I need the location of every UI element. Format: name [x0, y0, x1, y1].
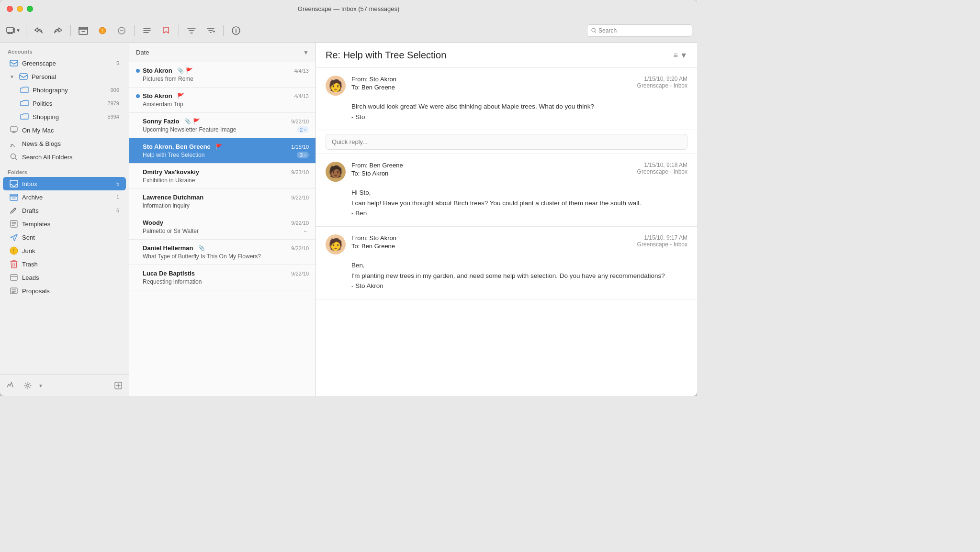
- photography-count: 906: [111, 87, 119, 93]
- leads-label: Leads: [22, 274, 119, 281]
- to-name: Sto Akron: [361, 170, 388, 177]
- activity-button[interactable]: [4, 379, 17, 392]
- email-subject: Upcoming Newsletter Feature Image: [143, 126, 236, 133]
- drafts-label: Drafts: [22, 207, 113, 214]
- sidebar-item-proposals[interactable]: Proposals: [3, 284, 126, 298]
- sidebar-item-sent[interactable]: Sent: [3, 231, 126, 244]
- folder-icon-photography: [20, 86, 29, 94]
- email-list-item[interactable]: Sto Akron 📎 🚩 4/4/13 Pictures from Rome: [129, 62, 315, 88]
- sidebar-item-trash[interactable]: Trash: [3, 257, 126, 271]
- more-actions-button[interactable]: ≡ ▼: [673, 51, 687, 60]
- from-label: From:: [351, 234, 368, 242]
- svg-point-11: [11, 146, 12, 147]
- search-bar[interactable]: [587, 24, 692, 37]
- sidebar-item-photography[interactable]: Photography 906: [3, 83, 126, 97]
- avatar: 🧑🏾: [326, 162, 346, 182]
- sidebar-bottom: ▼: [0, 375, 129, 396]
- sidebar-item-on-my-mac[interactable]: On My Mac: [3, 123, 126, 137]
- svg-rect-8: [10, 60, 18, 66]
- minimize-button[interactable]: [17, 6, 23, 12]
- search-all-icon: [10, 153, 18, 161]
- message-body: Hi Sto,I can help! Have you thought abou…: [351, 188, 687, 219]
- toolbar-sep-3: [134, 25, 135, 36]
- message-from: From: Sto Akron: [351, 76, 396, 83]
- email-message: 🧑 From: Sto Akron To: Ben Greene 1/15/10…: [316, 227, 697, 299]
- quick-reply-input[interactable]: [326, 134, 687, 150]
- email-date: 9/22/10: [291, 119, 309, 124]
- message-from-to: From: Sto Akron To: Ben Greene: [351, 234, 396, 250]
- maximize-button[interactable]: [27, 6, 33, 12]
- from-label: From:: [351, 76, 368, 83]
- email-sender-row: Sto Akron 📎 🚩: [136, 67, 193, 74]
- sidebar-item-leads[interactable]: Leads: [3, 271, 126, 284]
- message-from-to: From: Ben Greene To: Sto Akron: [351, 162, 403, 177]
- email-list-item[interactable]: Daniel Hellerman 📎 9/22/10 What Type of …: [129, 240, 315, 265]
- sidebar-item-archive[interactable]: Archive 1: [3, 190, 126, 204]
- sort-button[interactable]: [202, 23, 219, 38]
- filter-button[interactable]: [183, 23, 200, 38]
- email-subject: Exhibition in Ukraine: [143, 177, 195, 184]
- sidebar-item-junk[interactable]: ! Junk: [3, 244, 126, 257]
- email-icons: 🚩: [177, 93, 184, 99]
- sidebar-item-search-all[interactable]: Search All Folders: [3, 150, 126, 164]
- email-sender-row: Dmitry Vas'kovskiy: [136, 168, 204, 176]
- message-meta: 🧑 From: Sto Akron To: Ben Greene 1/15/10…: [326, 76, 687, 96]
- email-message: 🧑🏾 From: Ben Greene To: Sto Akron 1/15/1…: [316, 154, 697, 227]
- rss-icon: [10, 139, 18, 148]
- flag-button[interactable]: !: [94, 23, 111, 38]
- sort-label[interactable]: Date: [136, 49, 149, 56]
- email-sender-row: Luca De Baptistis: [136, 270, 200, 277]
- compose-button[interactable]: [112, 379, 125, 392]
- unread-dot: [136, 94, 140, 98]
- email-list-item[interactable]: Sto Akron, Ben Greene 🚩 1/15/10 Help wit…: [129, 138, 315, 164]
- email-date: 9/22/10: [291, 271, 309, 276]
- search-input[interactable]: [598, 27, 688, 34]
- email-list-item[interactable]: Sonny Fazio 📎 🚩 9/22/10 Upcoming Newslet…: [129, 113, 315, 138]
- email-detail-header: Re: Help with Tree Selection ≡ ▼: [316, 43, 697, 68]
- info-button[interactable]: [227, 23, 245, 38]
- sidebar-item-politics[interactable]: Politics 7979: [3, 97, 126, 110]
- email-list-panel: Date ▼ Sto Akron 📎 🚩 4/4/13 Pictures fro…: [129, 43, 316, 396]
- email-item-bottom: What Type of Butterfly Is This On My Flo…: [136, 253, 309, 260]
- sidebar-item-personal[interactable]: ▼ Personal: [3, 70, 126, 83]
- delete-button[interactable]: [113, 23, 130, 38]
- svg-rect-10: [11, 127, 17, 132]
- sidebar-item-templates[interactable]: Templates: [3, 217, 126, 231]
- email-list-body: Sto Akron 📎 🚩 4/4/13 Pictures from Rome …: [129, 62, 315, 396]
- sidebar-item-drafts[interactable]: Drafts 5: [3, 204, 126, 217]
- settings-arrow: ▼: [38, 383, 43, 388]
- email-list-item[interactable]: Luca De Baptistis 9/22/10 Requesting inf…: [129, 265, 315, 290]
- email-subject: Requesting information: [143, 278, 202, 285]
- trash-icon: [10, 260, 18, 268]
- email-list-item[interactable]: Dmitry Vas'kovskiy 9/23/10 Exhibition in…: [129, 164, 315, 189]
- email-sender: Woody: [143, 219, 163, 226]
- on-my-mac-label: On My Mac: [22, 127, 119, 134]
- app-window: Greenscape — Inbox (57 messages) ▼: [0, 0, 697, 396]
- settings-button[interactable]: [21, 379, 34, 392]
- sidebar-item-news-blogs[interactable]: News & Blogs: [3, 137, 126, 150]
- reply-all-button[interactable]: [30, 23, 47, 38]
- sort-arrow[interactable]: ▼: [303, 49, 309, 56]
- sidebar-item-inbox[interactable]: Inbox 5: [3, 177, 126, 190]
- templates-icon: [10, 220, 18, 228]
- email-detail-panel: Re: Help with Tree Selection ≡ ▼ 🧑 From:…: [316, 43, 697, 396]
- email-sender: Sto Akron: [143, 92, 172, 99]
- email-message: 🧑 From: Sto Akron To: Ben Greene 1/15/10…: [316, 68, 697, 130]
- email-subject: What Type of Butterfly Is This On My Flo…: [143, 253, 261, 260]
- sidebar-item-shopping[interactable]: Shopping 5994: [3, 110, 126, 123]
- email-item-bottom: Pictures from Rome: [136, 76, 309, 82]
- archive-button[interactable]: [75, 23, 92, 38]
- email-subject: Amsterdam Trip: [143, 101, 183, 108]
- list-button[interactable]: [138, 23, 156, 38]
- close-button[interactable]: [7, 6, 13, 12]
- proposals-icon: [10, 287, 18, 295]
- email-list-item[interactable]: Woody 9/22/10 Palmetto or Sir Walter ←: [129, 214, 315, 240]
- email-item-bottom: information inquiry: [136, 202, 309, 209]
- forward-button[interactable]: [49, 23, 67, 38]
- email-sender: Lawrence Dutchman: [143, 194, 203, 201]
- email-list-item[interactable]: Lawrence Dutchman 9/22/10 information in…: [129, 189, 315, 214]
- sidebar-item-greenscape[interactable]: Greenscape 5: [3, 56, 126, 70]
- account-switcher-button[interactable]: ▼: [5, 23, 22, 38]
- mark-button[interactable]: [158, 23, 175, 38]
- email-list-item[interactable]: Sto Akron 🚩 4/4/13 Amsterdam Trip: [129, 88, 315, 113]
